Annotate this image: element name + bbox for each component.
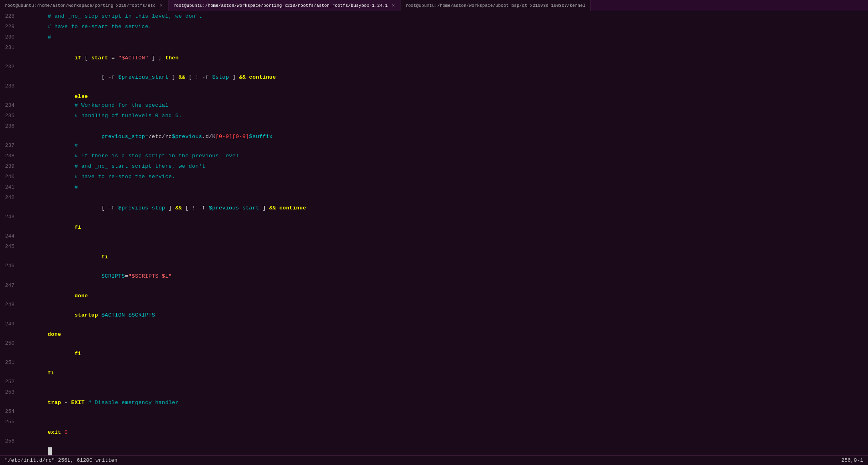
file-info: "/etc/init.d/rc" 256L, 6120C written [5,457,117,463]
code-container[interactable]: 228 # and _no_ stop script in this level… [0,11,868,455]
table-row: 234 # Workaround for the special [0,100,868,111]
table-row: 241 # [0,182,868,193]
cursor-position: 256,0-1 [841,457,863,463]
table-row: 254 [0,406,868,417]
tab-1-close[interactable]: ✕ [159,2,163,8]
table-row: 240 # have to re-stop the service. [0,172,868,182]
table-row: 252 [0,377,868,387]
table-row: 243 fi [0,212,868,231]
tab-2-label: root@ubuntu:/home/aston/workspace/portin… [174,3,388,8]
table-row: 235 # handling of runlevels 0 and 6. [0,111,868,121]
table-row: 231 if [ start = "$ACTION" ] ; then [0,43,868,62]
table-row: 238 # If there is a stop script in the p… [0,151,868,161]
tab-bar: root@ubuntu:/home/aston/workspace/portin… [0,0,868,11]
table-row: 233 else [0,81,868,100]
table-row: 239 # and _no_ start script there, we do… [0,161,868,172]
tab-1[interactable]: root@ubuntu:/home/aston/workspace/portin… [0,0,169,11]
table-row: 256 [0,436,868,455]
status-bar: "/etc/init.d/rc" 256L, 6120C written 256… [0,455,868,465]
tab-2[interactable]: root@ubuntu:/home/aston/workspace/portin… [169,0,401,11]
table-row: 228 # and _no_ stop script in this level… [0,11,868,22]
editor-area: 228 # and _no_ stop script in this level… [0,11,868,455]
tab-2-close[interactable]: ✕ [391,2,395,8]
table-row: 255 exit 0 [0,417,868,436]
table-row: 237 # [0,140,868,151]
tab-3-label: root@ubuntu:/home/aston/workspace/uboot_… [405,3,585,8]
table-row: 232 [ -f $previous_start ] && [ ! -f $st… [0,62,868,81]
table-row: 242 [ -f $previous_stop ] && [ ! -f $pre… [0,193,868,212]
table-row: 230 # [0,32,868,43]
table-row: 249 done [0,319,868,338]
table-row: 236 previous_stop=/etc/rc$previous.d/K[0… [0,121,868,140]
cursor [48,447,52,455]
table-row: 251 fi [0,357,868,377]
table-row: 246 SCRIPTS="$SCRIPTS $i" [0,261,868,280]
table-row: 245 fi [0,242,868,261]
table-row: 247 done [0,280,868,300]
table-row: 253 trap - EXIT # Disable emergency hand… [0,387,868,406]
table-row: 244 [0,231,868,242]
tab-1-label: root@ubuntu:/home/aston/workspace/portin… [5,3,156,8]
table-row: 229 # have to re-start the service. [0,22,868,32]
table-row: 250 fi [0,338,868,357]
tab-3[interactable]: root@ubuntu:/home/aston/workspace/uboot_… [401,0,591,11]
table-row: 248 startup $ACTION $SCRIPTS [0,300,868,319]
